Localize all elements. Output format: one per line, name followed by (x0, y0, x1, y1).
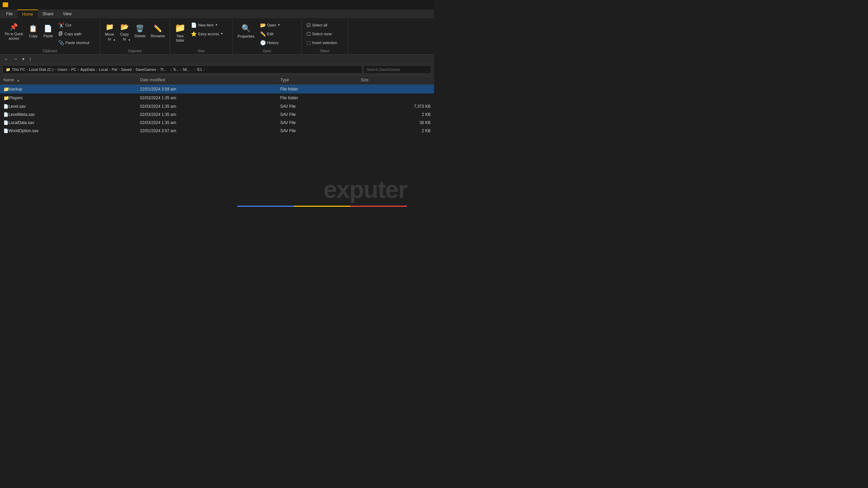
ribbon-tabs: File Home Share View (0, 9, 434, 18)
open-arrow: ▼ (278, 23, 280, 27)
cut-icon: ✂️ (58, 22, 64, 28)
column-date-modified[interactable]: Date modified (137, 76, 277, 85)
watermark-text: exputer (323, 176, 407, 203)
dropdown-button[interactable]: ▼ (20, 57, 26, 62)
tab-share[interactable]: Share (38, 9, 58, 18)
file-size (357, 84, 434, 94)
sort-arrow-name: ▲ (17, 79, 20, 82)
file-type: SAV File (277, 127, 357, 135)
file-date: 22/01/2024 3:57 am (137, 127, 277, 135)
app-icon (3, 2, 8, 7)
search-input[interactable] (363, 65, 431, 74)
column-size[interactable]: Size (357, 76, 434, 85)
address-path[interactable]: 📁 This PC › Local Disk (C:) › Users › PC… (3, 65, 362, 74)
file-name-cell: 📄 LocalData.sav (0, 119, 137, 127)
file-icon: 📄 (3, 112, 8, 117)
table-row[interactable]: 📁 Players 02/03/2024 1:35 am File folder (0, 94, 434, 102)
copy-path-icon: 🗐 (58, 31, 63, 37)
copy-button[interactable]: 📋 Copy (26, 21, 40, 41)
organize-buttons: 📁 Move to ▼ 📂 Copy to ▼ 🗑️ Delete ✏️ Ren… (103, 20, 167, 48)
open-button[interactable]: 📂 Open ▼ (258, 21, 299, 29)
forward-button[interactable]: → (12, 56, 19, 62)
select-small-group: ☑ Select all ☐ Select none ⬚ Invert sele… (304, 21, 345, 47)
edit-button[interactable]: ✏️ Edit (258, 30, 299, 38)
new-item-button[interactable]: 📄 New item ▼ (189, 21, 230, 29)
table-row[interactable]: 📄 Level.sav 02/03/2024 1:35 am SAV File … (0, 102, 434, 110)
delete-button[interactable]: 🗑️ Delete (133, 21, 147, 41)
new-item-arrow: ▼ (215, 23, 218, 27)
column-name[interactable]: Name ▲ (0, 76, 137, 85)
watermark-line-red (350, 206, 407, 207)
table-row[interactable]: 📄 WorldOption.sav 22/01/2024 3:57 am SAV… (0, 127, 434, 135)
table-row[interactable]: 📄 LocalData.sav 02/03/2024 1:35 am SAV F… (0, 119, 434, 127)
move-to-button[interactable]: 📁 Move to ▼ (103, 21, 116, 43)
file-name-cell: 📄 Level.sav (0, 102, 137, 110)
ribbon: 📌 Pin to Quick access 📋 Copy 📄 Paste ✂️ … (0, 18, 434, 55)
file-name-cell: 📄 LevelMeta.sav (0, 110, 137, 119)
new-folder-icon: 📁 (175, 22, 185, 34)
file-name: LocalData.sav (8, 120, 34, 125)
file-table-body: 📁 backup 22/01/2024 3:58 am File folder … (0, 84, 434, 135)
file-name: Players (9, 96, 23, 100)
table-row[interactable]: 📄 LevelMeta.sav 02/03/2024 1:35 am SAV F… (0, 110, 434, 119)
invert-selection-button[interactable]: ⬚ Invert selection (304, 39, 345, 47)
new-folder-button[interactable]: 📁 New folder (173, 21, 188, 44)
file-name: Level.sav (8, 104, 26, 109)
watermark-line (237, 206, 407, 207)
file-name: WorldOption.sav (8, 128, 38, 133)
file-size: 2 KB (357, 127, 434, 135)
copy-to-dropdown-arrow: ▼ (128, 39, 131, 42)
properties-button[interactable]: 🔍 Properties (235, 21, 256, 41)
file-size (357, 94, 434, 102)
copy-to-button[interactable]: 📂 Copy to ▼ (118, 21, 131, 43)
history-button[interactable]: 🕐 History (258, 39, 299, 47)
file-date: 02/03/2024 1:35 am (137, 110, 277, 119)
file-name: backup (9, 87, 22, 92)
move-to-icon: 📁 (105, 22, 114, 31)
new-label: New (198, 48, 204, 54)
folder-icon-addr: 📁 (6, 67, 11, 72)
back-button[interactable]: ← (3, 56, 10, 62)
file-icon: 📄 (3, 104, 8, 109)
paste-shortcut-icon: 📎 (58, 40, 64, 46)
delete-icon: 🗑️ (136, 24, 144, 33)
ribbon-group-open: 🔍 Properties 📂 Open ▼ ✏️ Edit 🕐 History (233, 20, 301, 54)
paste-button[interactable]: 📄 Paste (41, 21, 55, 41)
paste-icon: 📄 (44, 24, 52, 33)
easy-access-button[interactable]: ⭐ Easy access ▼ (189, 30, 230, 38)
rename-button[interactable]: ✏️ Rename (149, 21, 167, 41)
new-small-group: 📄 New item ▼ ⭐ Easy access ▼ (189, 21, 230, 38)
file-type: SAV File (277, 102, 357, 110)
select-all-button[interactable]: ☑ Select all (304, 21, 345, 29)
ribbon-group-select: ☑ Select all ☐ Select none ⬚ Invert sele… (302, 20, 348, 54)
tab-home[interactable]: Home (17, 9, 38, 18)
file-type: File folder (277, 84, 357, 94)
folder-icon: 📁 (3, 95, 9, 101)
file-icon: 📄 (3, 120, 8, 125)
edit-icon: ✏️ (260, 31, 266, 37)
file-type: File folder (277, 94, 357, 102)
organize-label: Organize (128, 48, 142, 54)
file-icon: 📄 (3, 128, 8, 133)
select-none-icon: ☐ (307, 31, 311, 37)
clipboard-small-group: ✂️ Cut 🗐 Copy path 📎 Paste shortcut (56, 21, 97, 47)
tab-file[interactable]: File (1, 9, 17, 18)
file-size: 2 KB (357, 110, 434, 119)
select-none-button[interactable]: ☐ Select none (304, 30, 345, 38)
table-row[interactable]: 📁 backup 22/01/2024 3:58 am File folder (0, 84, 434, 94)
tab-view[interactable]: View (58, 9, 76, 18)
paste-shortcut-button[interactable]: 📎 Paste shortcut (56, 39, 97, 47)
copy-path-button[interactable]: 🗐 Copy path (56, 30, 97, 38)
column-type[interactable]: Type (277, 76, 357, 85)
file-size: 7,373 KB (357, 102, 434, 110)
address-bar: 📁 This PC › Local Disk (C:) › Users › PC… (0, 64, 434, 76)
new-item-icon: 📄 (191, 22, 197, 28)
cut-button[interactable]: ✂️ Cut (56, 21, 97, 29)
pin-to-quick-access-button[interactable]: 📌 Pin to Quick access (3, 21, 25, 42)
up-button[interactable]: ↑ (28, 56, 33, 62)
file-date: 02/03/2024 1:35 am (137, 102, 277, 110)
file-size: 36 KB (357, 119, 434, 127)
pin-icon: 📌 (9, 22, 18, 31)
ribbon-group-clipboard: 📌 Pin to Quick access 📋 Copy 📄 Paste ✂️ … (0, 20, 100, 54)
watermark-line-blue (237, 206, 294, 207)
